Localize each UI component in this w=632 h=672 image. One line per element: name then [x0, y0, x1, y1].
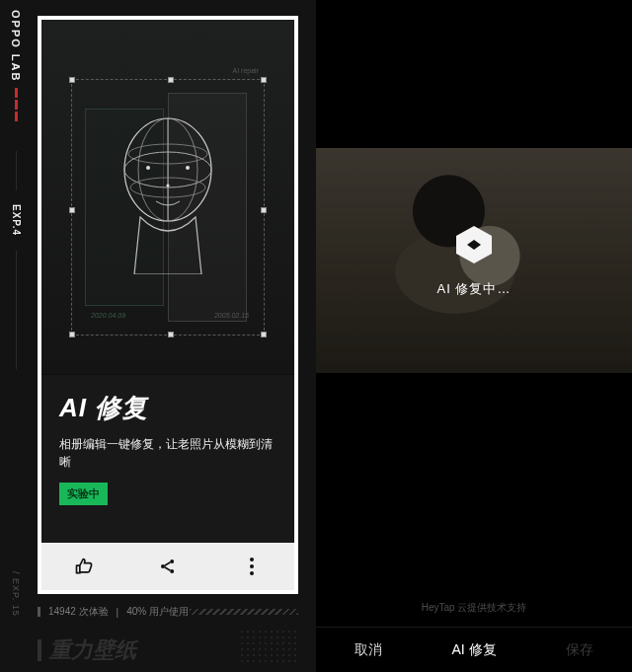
wireframe-head-icon — [111, 107, 225, 274]
card-action-bar — [41, 543, 294, 590]
feature-illustration: AI repair — [41, 20, 294, 375]
stats-usage: 40% 用户使用 — [126, 605, 189, 619]
hatch-decoration-icon — [190, 609, 298, 615]
lab-feature-panel: OPPO LAB EXP.4 / EXP. 15 AI repair — [0, 0, 316, 672]
thumbs-up-icon — [74, 557, 94, 576]
more-button[interactable] — [210, 543, 294, 590]
feature-title: AI 修复 — [59, 391, 276, 425]
svg-point-11 — [250, 558, 254, 561]
experiment-side-label: / EXP. 15 — [11, 571, 21, 617]
photo-preview: AI 修复中… — [316, 148, 632, 373]
ai-repair-button[interactable]: AI 修复 — [422, 641, 527, 659]
brand-accent-icon — [15, 88, 18, 121]
stats-trials: 14942 次体验 — [48, 605, 109, 619]
loading-text: AI 修复中… — [437, 280, 512, 298]
save-button[interactable]: 保存 — [526, 641, 632, 659]
svg-point-13 — [250, 571, 254, 575]
svg-point-5 — [146, 166, 150, 170]
provider-label: HeyTap 云提供技术支持 — [316, 601, 632, 615]
ai-repair-screen: AI 修复中… HeyTap 云提供技术支持 取消 AI 修复 保存 — [316, 0, 632, 672]
stats-separator: | — [117, 607, 119, 618]
brand-label: OPPO LAB — [10, 10, 22, 82]
loading-overlay: AI 修复中… — [316, 148, 632, 373]
feature-stats: 14942 次体验 | 40% 用户使用 — [38, 605, 189, 619]
share-icon — [158, 557, 178, 576]
status-badge: 实验中 — [59, 483, 108, 505]
share-button[interactable] — [125, 543, 209, 590]
like-button[interactable] — [41, 543, 125, 590]
illustration-caption: AI repair — [233, 67, 259, 74]
illustration-date-right: 2005.02.15 — [214, 312, 249, 319]
svg-point-7 — [166, 184, 169, 187]
svg-point-6 — [186, 166, 190, 170]
cancel-button[interactable]: 取消 — [316, 641, 422, 659]
loading-hexagon-icon — [452, 223, 496, 266]
bottom-bar: 取消 AI 修复 保存 — [316, 627, 632, 672]
next-feature-title: 重力壁纸 — [49, 635, 136, 665]
dot-grid-decoration-icon — [239, 629, 298, 662]
experiment-tag: EXP.4 — [11, 204, 22, 236]
feature-description: 相册编辑一键修复，让老照片从模糊到清晰 — [59, 435, 276, 471]
svg-point-12 — [250, 564, 254, 568]
more-vertical-icon — [250, 558, 254, 575]
illustration-date-left: 2020.04.09 — [91, 312, 125, 319]
feature-card[interactable]: AI repair — [38, 16, 298, 594]
